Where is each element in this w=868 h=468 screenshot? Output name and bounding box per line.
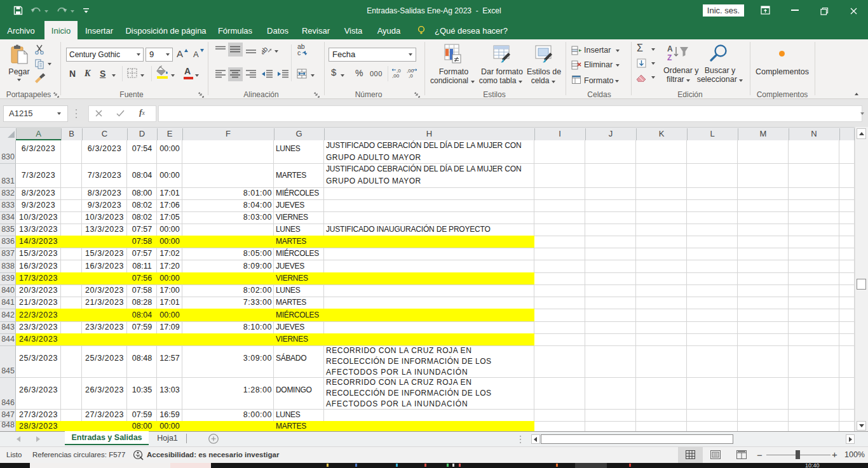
- svg-text:Z: Z: [667, 53, 672, 62]
- svg-text:ab: ab: [262, 45, 269, 55]
- svg-text:c: c: [297, 49, 301, 56]
- svg-text:A: A: [667, 44, 673, 53]
- svg-text:,00: ,00: [392, 73, 400, 78]
